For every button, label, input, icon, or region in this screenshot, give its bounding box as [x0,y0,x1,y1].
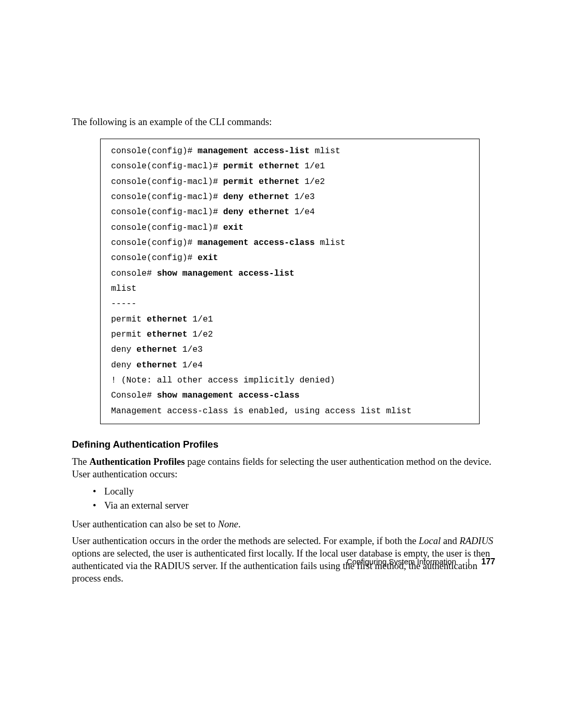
footer-separator: | [468,557,470,566]
list-item: Via an external server [104,499,495,513]
document-page: The following is an example of the CLI c… [0,0,563,728]
cli-line: ! (Note: all other access implicitly den… [111,373,469,388]
cli-line: console(config)# exit [111,250,469,265]
cli-line: mlist [111,281,469,296]
cli-line: console(config-macl)# permit ethernet 1/… [111,174,469,189]
cli-line: permit ethernet 1/e1 [111,312,469,327]
section-heading: Defining Authentication Profiles [72,439,495,450]
cli-line: console(config)# management access-class… [111,235,469,250]
intro-text: The following is an example of the CLI c… [72,116,495,128]
list-item: Locally [104,485,495,499]
cli-line: console(config-macl)# deny ethernet 1/e3 [111,189,469,204]
cli-line: console(config-macl)# exit [111,220,469,235]
cli-line: console(config-macl)# permit ethernet 1/… [111,158,469,174]
paragraph: The Authentication Profiles page contain… [72,455,495,480]
cli-line: console# show management access-list [111,266,469,281]
cli-line: deny ethernet 1/e4 [111,357,469,373]
bullet-list: Locally Via an external server [72,485,495,513]
cli-command-box: console(config)# management access-list … [100,139,480,424]
page-number: 177 [481,557,495,566]
paragraph: User authentication can also be set to N… [72,518,495,530]
cli-line: Console# show management access-class [111,388,469,403]
cli-line: Management access-class is enabled, usin… [111,403,469,418]
footer-title: Configuring System Information [347,557,456,566]
cli-line: permit ethernet 1/e2 [111,327,469,342]
cli-line: console(config-macl)# deny ethernet 1/e4 [111,204,469,219]
cli-line: ----- [111,296,469,311]
cli-line: deny ethernet 1/e3 [111,342,469,357]
page-footer: Configuring System Information | 177 [347,557,495,566]
cli-line: console(config)# management access-list … [111,143,469,158]
